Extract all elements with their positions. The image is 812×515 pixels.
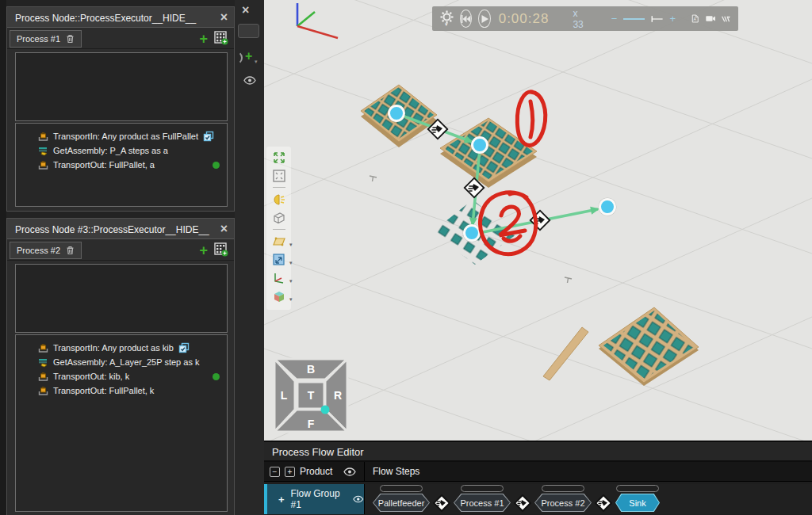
- flow-step[interactable]: Process #1: [454, 484, 511, 512]
- panel-titlebar[interactable]: Process Node::ProcessExecutor__HIDE__ ×: [7, 7, 234, 28]
- close-icon[interactable]: ×: [242, 3, 249, 17]
- chevron-down-icon: ▾: [289, 278, 293, 284]
- flow-step-slot-pill[interactable]: [380, 485, 423, 492]
- statement-label: TransportIn: Any product as kib: [53, 343, 174, 353]
- trash-icon[interactable]: [66, 34, 75, 44]
- flow-group-cell[interactable]: + Flow Group #1: [264, 484, 365, 514]
- flow-step-diamond-icon[interactable]: [514, 494, 531, 512]
- plane-snap-button[interactable]: ▾: [272, 235, 286, 248]
- flow-step[interactable]: Palletfeeder: [373, 484, 430, 512]
- close-icon[interactable]: ×: [220, 219, 228, 239]
- sim-reset-button[interactable]: [460, 10, 472, 28]
- multi-select-icon[interactable]: [203, 131, 214, 142]
- flow-step-slot-pill[interactable]: [542, 485, 584, 492]
- axes-icon: [273, 272, 285, 284]
- statement-list: TransportIn: Any product as kib GetAssem…: [15, 334, 228, 512]
- fill-view-button[interactable]: [272, 169, 286, 182]
- speed-decrease-button[interactable]: −: [611, 13, 618, 25]
- flow-step-diamond-icon[interactable]: [433, 494, 450, 512]
- add-to-group-button[interactable]: +: [278, 494, 285, 505]
- process-routine-canvas[interactable]: [15, 52, 228, 121]
- nav-cube-dot: [321, 406, 330, 414]
- expand-all-button[interactable]: +: [285, 467, 295, 477]
- sim-speed: x 33: [573, 8, 584, 30]
- speed-slider-handle[interactable]: [651, 13, 663, 25]
- statement-row[interactable]: GetAssembly: A_Layer_25P step as k: [16, 355, 227, 369]
- statement-row[interactable]: TransportOut: kib, k: [16, 369, 227, 383]
- status-dot: [213, 373, 220, 380]
- tab-label: Process #1: [17, 34, 60, 44]
- pallet-full-b[interactable]: [440, 118, 537, 188]
- flow-step-hexagon[interactable]: Palletfeeder: [373, 494, 430, 512]
- move-mode-button[interactable]: ▾: [272, 253, 286, 266]
- product-node[interactable]: [463, 224, 481, 242]
- close-icon[interactable]: ×: [220, 7, 228, 28]
- panel-titlebar[interactable]: Process Node #3::ProcessExecutor__HIDE__…: [7, 219, 234, 239]
- flow-step-slot-pill[interactable]: [461, 485, 504, 492]
- grid-add-icon[interactable]: [214, 242, 228, 257]
- flow-step[interactable]: Process #2: [534, 484, 592, 512]
- lighting-button[interactable]: [272, 193, 286, 206]
- flow-step[interactable]: Sink: [615, 484, 660, 512]
- speed-increase-button[interactable]: +: [669, 13, 676, 25]
- hidden-dial-icon: [228, 51, 243, 65]
- app-window: Process Node::ProcessExecutor__HIDE__ × …: [0, 0, 812, 515]
- view-cube-button[interactable]: ▾: [272, 289, 286, 303]
- flow-step-label: Sink: [616, 494, 659, 511]
- product-node[interactable]: [599, 198, 617, 216]
- statement-row[interactable]: GetAssembly: P_A steps as a: [16, 143, 227, 158]
- hidden-panel-button[interactable]: [238, 24, 259, 38]
- panel-title: Process Node::ProcessExecutor__HIDE__: [15, 13, 196, 24]
- eye-icon[interactable]: [343, 467, 356, 476]
- product-node[interactable]: [388, 105, 406, 123]
- viewport-3d[interactable]: ▾ 0:00:28 x 33 − +: [264, 0, 812, 441]
- statement-row[interactable]: TransportOut: FullPallet, k: [16, 383, 227, 398]
- product-node[interactable]: [471, 136, 489, 154]
- speed-slider-track[interactable]: [623, 18, 645, 20]
- flow-step-diamond-icon[interactable]: [595, 494, 612, 512]
- transport-icon: [38, 160, 48, 170]
- tab-process-1[interactable]: Process #1: [10, 30, 82, 48]
- add-button[interactable]: +: [245, 49, 252, 63]
- statement-list: TransportIn: Any product as FullPallet G…: [15, 123, 228, 207]
- statement-label: TransportIn: Any product as FullPallet: [53, 132, 198, 141]
- cube-wireframe-icon: [273, 212, 285, 224]
- process-flow-editor: Process Flow Editor − + Product Flow Ste…: [264, 441, 812, 515]
- fit-view-button[interactable]: [272, 151, 286, 164]
- floor-marker: [370, 176, 377, 181]
- statement-row[interactable]: TransportIn: Any product as FullPallet: [16, 129, 227, 143]
- eye-icon[interactable]: [353, 495, 364, 503]
- connectivity-icon[interactable]: [722, 13, 730, 25]
- plank[interactable]: [543, 327, 588, 380]
- render-mode-button[interactable]: [272, 211, 286, 224]
- flow-step-hexagon[interactable]: Process #2: [534, 494, 592, 512]
- product-header-cell: − + Product: [264, 462, 365, 481]
- sim-play-button[interactable]: [478, 10, 490, 28]
- flow-steps-cell: Palletfeeder Process #1: [365, 484, 812, 514]
- statement-row[interactable]: TransportOut: FullPallet, a: [16, 158, 227, 172]
- grid-add-icon[interactable]: [214, 31, 228, 45]
- process-routine-canvas[interactable]: [15, 264, 228, 333]
- eye-icon[interactable]: [243, 76, 256, 85]
- flow-step-slot-pill[interactable]: [616, 485, 659, 492]
- flow-editor-title: Process Flow Editor: [264, 442, 812, 462]
- origin-mode-button[interactable]: ▾: [272, 271, 286, 284]
- origin-axes-icon: [297, 3, 338, 38]
- record-video-icon[interactable]: [706, 13, 716, 24]
- tab-process-2[interactable]: Process #2: [10, 242, 82, 259]
- multi-select-icon[interactable]: [178, 342, 190, 353]
- fit-box-icon: [273, 170, 285, 182]
- flow-step-hexagon-selected[interactable]: Sink: [615, 494, 660, 512]
- play-icon: [481, 14, 489, 24]
- collapse-all-button[interactable]: −: [270, 467, 280, 477]
- add-process-button[interactable]: +: [199, 242, 208, 259]
- statement-row[interactable]: TransportIn: Any product as kib: [16, 341, 227, 355]
- add-process-button[interactable]: +: [199, 30, 208, 48]
- flow-step-hexagon[interactable]: Process #1: [454, 494, 511, 512]
- annotation-1: [517, 92, 545, 146]
- chevron-down-icon: ▾: [289, 296, 293, 303]
- export-pdf-icon[interactable]: A: [691, 12, 699, 25]
- nav-cube[interactable]: B L R F T: [272, 357, 350, 434]
- trash-icon[interactable]: [66, 246, 75, 255]
- sim-settings-button[interactable]: ▾: [440, 10, 454, 27]
